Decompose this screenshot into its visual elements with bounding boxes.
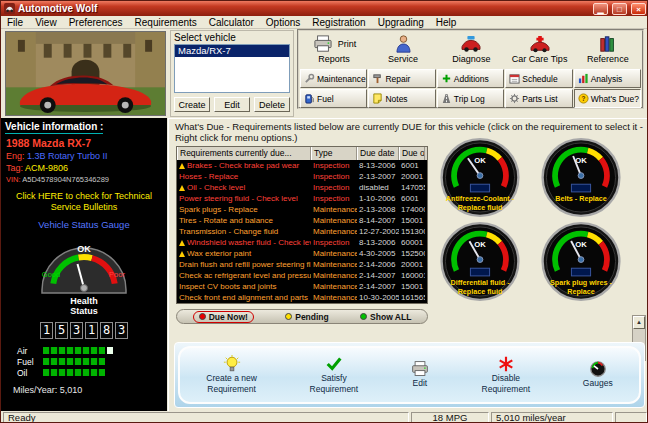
tab-additions[interactable]: Additions	[437, 69, 504, 88]
tab-fuel-label: Fuel	[317, 94, 334, 104]
table-row[interactable]: Wax exterior paintMaintenance4-30-200515…	[177, 248, 427, 259]
requirement-name: Tires - Rotate and balance	[179, 216, 273, 225]
gauge-belts[interactable]: OK Belts - Replace	[533, 137, 629, 218]
gauge-differential[interactable]: OK Differential fluid - Replace fluid	[432, 221, 528, 302]
requirement-due-date: 1-10-2006	[357, 194, 399, 203]
due-now-radio[interactable]	[199, 313, 206, 320]
table-row[interactable]: Tires - Rotate and balanceMaintenance8-1…	[177, 215, 427, 226]
requirement-due-odom: 151300	[399, 227, 425, 236]
print-reports-buttons[interactable]: Print Reports	[299, 31, 369, 68]
menu-options[interactable]: Options	[260, 17, 306, 28]
odometer-digit: 3	[70, 322, 83, 339]
requirement-name: Check ac refrigerant level and pressure	[179, 271, 311, 280]
car-care-label: Car Care Tips	[512, 54, 568, 64]
menu-upgrading[interactable]: Upgrading	[372, 17, 430, 28]
gauge-label-line1: Spark plug wires -	[550, 278, 613, 287]
gauge-spark-plug-wires[interactable]: OK Spark plug wires - Replace	[533, 221, 629, 302]
tab-repair-label: Repair	[385, 74, 410, 84]
diagnose-button[interactable]: Diagnose	[437, 31, 505, 68]
tab-fuel[interactable]: Fuel	[300, 89, 367, 108]
tab-schedule[interactable]: Schedule	[505, 69, 572, 88]
show-all-radio[interactable]	[360, 313, 367, 320]
tab-notes[interactable]: Notes	[368, 89, 435, 108]
column-header-name[interactable]: Requirements currently due...	[177, 147, 311, 160]
gauges-button[interactable]: Gauges	[583, 360, 613, 390]
vehicle-listbox[interactable]: Mazda/RX-7	[174, 44, 290, 93]
menu-calculator[interactable]: Calculator	[203, 17, 260, 28]
filter-pending[interactable]: Pending	[285, 312, 329, 322]
vehicle-list-item[interactable]: Mazda/RX-7	[175, 45, 289, 57]
tab-whats-due[interactable]: ? What's Due?	[574, 89, 641, 108]
reference-button[interactable]: Reference	[574, 31, 642, 68]
table-row[interactable]: Drain flush and refill power steering fl…	[177, 259, 427, 270]
menu-view[interactable]: View	[29, 17, 63, 28]
requirement-due-odom: 160001	[399, 271, 425, 280]
close-button[interactable]: ×	[631, 3, 646, 15]
service-button[interactable]: Service	[369, 31, 437, 68]
toolbar-area: Print Reports Service Diagnose Car Care …	[297, 29, 644, 109]
menu-requirements[interactable]: Requirements	[129, 17, 203, 28]
scroll-up-arrow[interactable]: ▲	[633, 316, 645, 329]
column-header-type[interactable]: Type	[311, 147, 357, 160]
car-care-tips-button[interactable]: Car Care Tips	[506, 31, 574, 68]
print-label[interactable]: Print	[338, 39, 357, 49]
odometer-digit: 1	[85, 322, 98, 339]
table-row[interactable]: Inspect CV boots and jointsMaintenance2-…	[177, 281, 427, 292]
question-icon: ?	[578, 93, 589, 104]
minimize-button[interactable]: ▁	[593, 3, 608, 15]
edit-icon	[411, 360, 429, 378]
delete-vehicle-button[interactable]: Delete	[254, 97, 290, 112]
pending-radio[interactable]	[285, 313, 292, 320]
column-header-due-date[interactable]: Due date	[357, 147, 399, 160]
menu-help[interactable]: Help	[430, 17, 463, 28]
edit-requirement-button[interactable]: Edit	[411, 360, 429, 390]
tab-notes-label: Notes	[385, 94, 407, 104]
requirement-due-odom: 161565	[399, 293, 425, 302]
table-row[interactable]: Power steering fluid - Check levelInspec…	[177, 193, 427, 204]
gauge-antifreeze[interactable]: OK Antifreeze-Coolant - Replace fluid	[432, 137, 528, 218]
column-header-due-odom[interactable]: Due odom...	[399, 147, 425, 160]
app-window: Automotive Wolf ▁ □ × File View Preferen…	[0, 0, 648, 423]
create-requirement-button[interactable]: Create a new Requirement	[206, 355, 257, 395]
vehicle-select-label: Select vehicle	[174, 32, 290, 43]
reports-label[interactable]: Reports	[318, 54, 350, 64]
health-caption-line2: Status	[1, 306, 167, 317]
requirement-type: Maintenance	[311, 260, 357, 269]
disable-requirement-button[interactable]: Disable Requirement	[482, 355, 531, 395]
table-row[interactable]: Brakes - Check brake pad wearInspection8…	[177, 160, 427, 171]
tab-repair[interactable]: Repair	[368, 69, 435, 88]
maximize-button[interactable]: □	[612, 3, 627, 15]
satisfy-requirement-button[interactable]: Satisfy Requirement	[310, 355, 359, 395]
action-label-line1: Satisfy	[321, 374, 347, 384]
tab-parts-list[interactable]: Parts List	[505, 89, 572, 108]
tab-whats-due-label: What's Due?	[591, 94, 639, 104]
reference-books-icon	[599, 35, 617, 53]
app-icon	[4, 3, 15, 14]
menu-preferences[interactable]: Preferences	[63, 17, 129, 28]
tab-maintenance[interactable]: Maintenance	[300, 69, 367, 88]
air-led-bar	[43, 347, 105, 354]
menu-file[interactable]: File	[1, 17, 29, 28]
tab-trip-log[interactable]: Trip Log	[437, 89, 504, 108]
filter-show-all[interactable]: Show ALL	[360, 312, 411, 322]
requirement-due-odom: 20001	[399, 172, 425, 181]
requirement-type: Inspection	[311, 238, 357, 247]
tsb-link[interactable]: Click HERE to check for Technical Servic…	[9, 191, 159, 214]
table-row[interactable]: Windshield washer fluid - Check levelIns…	[177, 237, 427, 248]
due-now-label: Due Now!	[209, 312, 248, 322]
menu-registration[interactable]: Registration	[306, 17, 371, 28]
air-label: Air	[17, 346, 43, 356]
edit-vehicle-button[interactable]: Edit	[214, 97, 250, 112]
table-row[interactable]: Spark plugs - ReplaceMaintenance2-13-200…	[177, 204, 427, 215]
oil-indicator-row: Oil	[17, 368, 167, 377]
table-row[interactable]: Check ac refrigerant level and pressureM…	[177, 270, 427, 281]
create-vehicle-button[interactable]: Create	[174, 97, 210, 112]
status-bar: Ready 18 MPG 5,010 miles/year	[1, 411, 648, 423]
table-row[interactable]: Transmission - Change fluidMaintenance12…	[177, 226, 427, 237]
table-row[interactable]: Check front end alignment and parts ...M…	[177, 292, 427, 303]
table-row[interactable]: Hoses - ReplaceInspection2-13-200720001	[177, 171, 427, 182]
tab-analysis[interactable]: Analysis	[574, 69, 641, 88]
table-row[interactable]: Oil - Check levelInspectiondisabled14705…	[177, 182, 427, 193]
filter-due-now[interactable]: Due Now!	[193, 311, 254, 323]
requirement-name: Power steering fluid - Check level	[179, 194, 298, 203]
